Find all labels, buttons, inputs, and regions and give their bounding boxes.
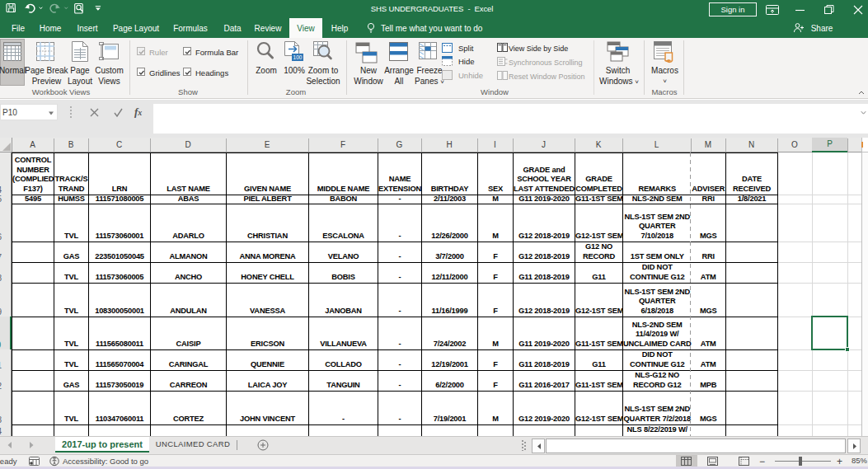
svg-text:100: 100 [293, 54, 303, 60]
